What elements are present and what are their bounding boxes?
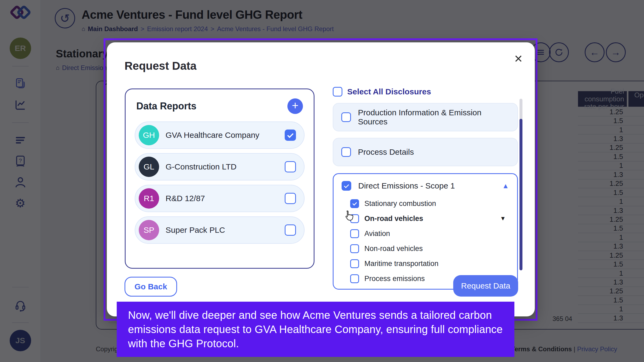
go-back-button[interactable]: Go Back [125, 277, 177, 297]
report-item[interactable]: SP Super Pack PLC [135, 216, 305, 244]
report-item[interactable]: GL G-Construction LTD [135, 153, 305, 180]
screen: ER ? ⚙ [0, 0, 644, 362]
scope1-card: Direct Emissions - Scope 1 ▲ Stationary … [333, 173, 518, 290]
mouse-cursor [343, 210, 355, 223]
company-checkbox[interactable] [285, 130, 296, 141]
scope1-checkbox[interactable] [342, 181, 351, 191]
disclosure-card[interactable]: Process Details [333, 138, 518, 166]
subitem-checkbox[interactable] [350, 229, 359, 238]
disclosures-scrollbar[interactable] [519, 99, 522, 270]
subitem-checkbox[interactable] [350, 274, 359, 283]
request-data-modal: Request Data × Data Reports + GH GVA Hea… [107, 42, 535, 316]
company-name: Super Pack PLC [166, 226, 278, 235]
company-checkbox[interactable] [285, 161, 296, 172]
select-all-label: Select All Disclosures [347, 87, 431, 96]
scope1-subitem[interactable]: Maritime transportation ▼ [350, 256, 509, 271]
scope1-subitem[interactable]: Non-road vehicles ▼ [350, 241, 509, 256]
select-all-checkbox[interactable] [333, 87, 342, 97]
company-avatar: GH [139, 125, 159, 145]
data-reports-panel: Data Reports + GH GVA Healthcare Company… [125, 88, 314, 269]
company-avatar: GL [139, 157, 159, 177]
modal-title: Request Data [125, 60, 196, 72]
close-icon[interactable]: × [514, 50, 522, 67]
disclosure-checkbox[interactable] [341, 112, 351, 122]
company-avatar: R1 [139, 188, 159, 209]
company-name: R&D 12/87 [166, 194, 278, 203]
scope1-subitem[interactable]: On-road vehicles ▼ [350, 211, 509, 226]
subitem-checkbox[interactable] [350, 259, 359, 268]
scrollbar-thumb[interactable] [519, 119, 522, 270]
data-reports-title: Data Reports [136, 101, 196, 112]
disclosure-card[interactable]: Production Information & Emission Source… [333, 103, 518, 131]
scope1-subitem[interactable]: Stationary combustion ▼ [350, 196, 509, 211]
request-data-button[interactable]: Request Data [453, 275, 518, 297]
disclosure-checkbox[interactable] [341, 147, 351, 157]
company-avatar: SP [139, 220, 159, 240]
subitem-checkbox[interactable] [350, 199, 359, 208]
report-item[interactable]: GH GVA Healthcare Company [135, 121, 305, 149]
disclosure-cards: Production Information & Emission Source… [333, 103, 518, 166]
collapse-icon[interactable]: ▲ [502, 182, 509, 190]
expand-icon[interactable]: ▼ [500, 215, 506, 222]
company-checkbox[interactable] [285, 224, 296, 236]
report-item[interactable]: R1 R&D 12/87 [135, 185, 305, 212]
report-list: GH GVA Healthcare Company GL G-Construct… [135, 121, 305, 244]
tutorial-caption: Now, we'll dive deeper and see how Acme … [117, 302, 514, 357]
scope1-label: Direct Emissions - Scope 1 [358, 181, 455, 190]
scope1-subitems: Stationary combustion ▼ On-road vehicles… [350, 196, 509, 286]
company-name: GVA Healthcare Company [166, 131, 278, 140]
add-report-button[interactable]: + [287, 98, 303, 114]
company-name: G-Construction LTD [166, 162, 278, 171]
company-checkbox[interactable] [285, 193, 296, 204]
subitem-checkbox[interactable] [350, 244, 359, 253]
scope1-subitem[interactable]: Aviation ▼ [350, 226, 509, 241]
